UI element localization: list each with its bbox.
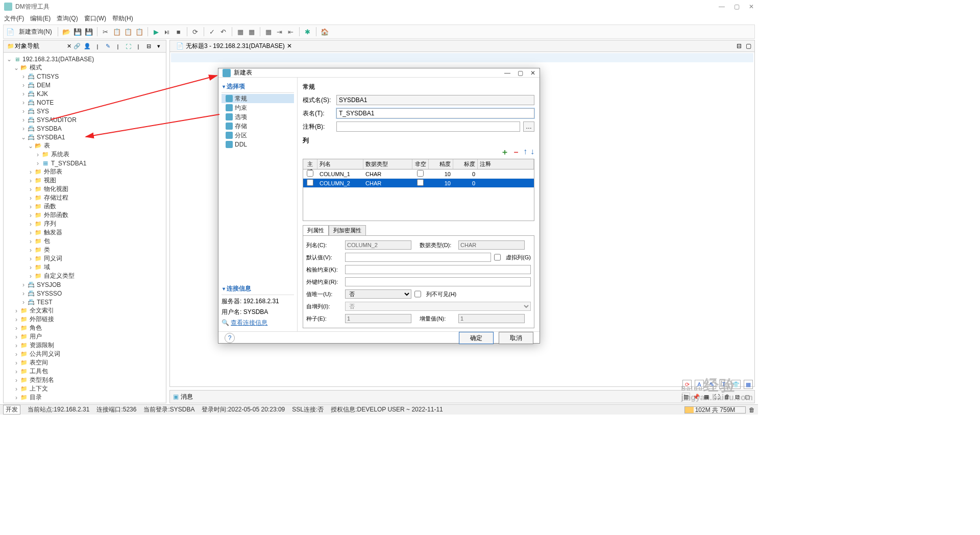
tree-folder-item[interactable]: ›📁外部表: [4, 167, 166, 176]
link-icon[interactable]: 🔗: [73, 42, 81, 51]
tree-folder-item[interactable]: ›📁外部函数: [4, 211, 166, 220]
tree-schema-item[interactable]: ›📇DEM: [4, 81, 166, 89]
tree-tsysdba1[interactable]: ›▦T_SYSDBA1: [4, 159, 166, 167]
nav-header[interactable]: 选择项: [222, 81, 294, 93]
tree-folder-item[interactable]: ›📁物化视图: [4, 185, 166, 193]
column-row[interactable]: COLUMN_1CHAR100: [303, 169, 534, 179]
delete-column-button[interactable]: －: [512, 147, 520, 158]
tree-node[interactable]: ›📁外部链接: [4, 315, 166, 324]
edit-icon[interactable]: ✎: [104, 42, 112, 51]
message-tab[interactable]: 消息: [181, 393, 193, 401]
tree-node[interactable]: ›📁目录: [4, 393, 166, 402]
save-icon[interactable]: 💾: [73, 27, 82, 36]
tree-folder-item[interactable]: ›📁同义词: [4, 254, 166, 263]
tree-node[interactable]: ›📁类型别名: [4, 376, 166, 384]
bt-icon[interactable]: ✎: [707, 380, 716, 389]
unique-select[interactable]: 否: [345, 289, 411, 299]
bt-icon[interactable]: ⟳: [682, 380, 692, 389]
tree-node[interactable]: ›📁用户: [4, 332, 166, 341]
cal-icon[interactable]: ▦: [264, 27, 273, 36]
tree-node[interactable]: ›📁备份: [4, 402, 166, 403]
dlg-nav-item[interactable]: 约束: [222, 103, 294, 112]
cut-icon[interactable]: ✂: [101, 27, 110, 36]
paste-icon[interactable]: 📋: [124, 27, 133, 36]
dlg-maximize-button[interactable]: ▢: [518, 69, 523, 77]
default-value-input[interactable]: [345, 253, 491, 262]
tree-folder-item[interactable]: ›📁包: [4, 237, 166, 246]
dlg-nav-item[interactable]: DDL: [222, 140, 294, 149]
fk-constraint-input[interactable]: [345, 277, 531, 286]
tree-folder-item[interactable]: ›📁存储过程: [4, 193, 166, 202]
memory-bar[interactable]: 102M 共 759M: [684, 406, 746, 414]
undo-icon[interactable]: ↶: [219, 27, 228, 36]
check-icon[interactable]: ✓: [208, 27, 217, 36]
ok-button[interactable]: 确定: [459, 332, 494, 344]
menu-help[interactable]: 帮助(H): [112, 14, 133, 23]
grid-icon[interactable]: ▦: [236, 27, 245, 36]
prev-icon[interactable]: ⇤: [286, 27, 296, 36]
find-icon[interactable]: 📋: [135, 27, 144, 36]
tree-schema-item[interactable]: ›📇SYS: [4, 107, 166, 115]
tree-table[interactable]: ⌄📂表: [4, 141, 166, 150]
save-all-icon[interactable]: 💾: [84, 27, 93, 36]
step-icon[interactable]: ⏯: [163, 27, 172, 36]
dlg-nav-item[interactable]: 存储: [222, 121, 294, 131]
move-up-button[interactable]: ↑: [523, 147, 527, 158]
dlg-minimize-button[interactable]: ―: [504, 69, 510, 77]
tree-schema-item[interactable]: ›📇SYSDBA: [4, 124, 166, 133]
tree-schema-item[interactable]: ›📇SYSSSO: [4, 289, 166, 298]
invisible-checkbox[interactable]: [414, 289, 421, 299]
tree-schema-item[interactable]: ›📇SYSJOB: [4, 280, 166, 289]
comment-input[interactable]: [336, 121, 520, 132]
col-encrypt-tab[interactable]: 列加密属性: [329, 225, 366, 235]
bt-icon[interactable]: 👕: [731, 380, 741, 389]
tree-schema-item[interactable]: ›📇SYSAUDITOR: [4, 115, 166, 124]
tree-node[interactable]: ›📁公共同义词: [4, 350, 166, 358]
sidebar-tab-label[interactable]: 对象导航: [15, 42, 65, 51]
trash-icon[interactable]: 🗑: [749, 406, 755, 414]
check-constraint-input[interactable]: [345, 265, 531, 274]
filter-icon[interactable]: 👤: [83, 42, 91, 51]
collapse-icon[interactable]: ⊟: [144, 42, 153, 51]
table-icon[interactable]: ▦: [247, 27, 256, 36]
run-icon[interactable]: ▶: [152, 27, 161, 36]
tree-folder-item[interactable]: ›📁触发器: [4, 228, 166, 237]
conn-header[interactable]: 连接信息: [222, 283, 294, 295]
menu-query[interactable]: 查询(Q): [57, 14, 78, 23]
expand-icon[interactable]: ⛶: [124, 42, 132, 51]
tab-close-icon[interactable]: ✕: [287, 42, 292, 50]
menu-file[interactable]: 文件(F): [4, 14, 24, 23]
maximize-button[interactable]: ▢: [734, 3, 740, 10]
tree-node[interactable]: ›📁角色: [4, 324, 166, 332]
commit-icon[interactable]: ⟳: [191, 27, 200, 36]
menu-icon[interactable]: ▾: [155, 42, 163, 51]
copy-icon[interactable]: 📋: [112, 27, 121, 36]
dlg-nav-item[interactable]: 选项: [222, 112, 294, 121]
minimize-button[interactable]: ―: [719, 3, 725, 10]
object-tree[interactable]: ⌄🖥192.168.2.31(DATABASE) ⌄📂模式 ›📇CTISYS›📇…: [4, 53, 166, 403]
tree-schema-root[interactable]: ⌄📂模式: [4, 63, 166, 72]
editor-tab[interactable]: 📄 无标题3 - 192.168.2.31(DATABASE) ✕: [173, 42, 295, 51]
cancel-button[interactable]: 取消: [499, 332, 533, 344]
tree-folder-item[interactable]: ›📁域: [4, 263, 166, 272]
tree-node[interactable]: ›📁上下文: [4, 384, 166, 393]
dlg-close-button[interactable]: ✕: [530, 69, 535, 77]
dlg-nav-item[interactable]: 常规: [222, 94, 294, 103]
tree-folder-item[interactable]: ›📁自定义类型: [4, 272, 166, 280]
tree-node[interactable]: ›📁工具包: [4, 367, 166, 376]
open-icon[interactable]: 📂: [62, 27, 71, 36]
col-props-tab[interactable]: 列属性: [303, 225, 329, 235]
tree-schema-item[interactable]: ›📇NOTE: [4, 98, 166, 107]
next-icon[interactable]: ⇥: [275, 27, 284, 36]
new-query-button[interactable]: 新建查询(N): [17, 28, 54, 36]
editor-max-icon[interactable]: ▢: [746, 42, 751, 50]
tool-icon[interactable]: 📄: [6, 27, 15, 36]
add-column-button[interactable]: ＋: [501, 147, 509, 158]
tree-folder-item[interactable]: ›📁函数: [4, 202, 166, 211]
column-row[interactable]: COLUMN_2CHAR100: [303, 179, 534, 188]
help-button[interactable]: ?: [225, 333, 235, 343]
tree-folder-item[interactable]: ›📁视图: [4, 176, 166, 185]
tree-schema-item[interactable]: ›📇KJK: [4, 89, 166, 98]
view-connection-link[interactable]: 查看连接信息: [231, 319, 267, 326]
dlg-nav-item[interactable]: 分区: [222, 131, 294, 140]
